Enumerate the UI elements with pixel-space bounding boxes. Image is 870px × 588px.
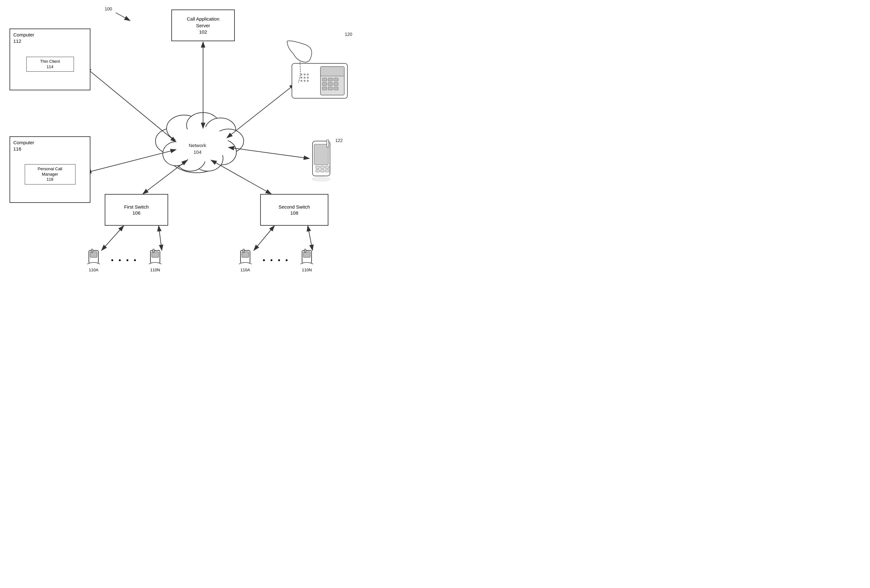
svg-point-6 — [205, 118, 236, 142]
svg-line-18 — [227, 84, 295, 138]
computer2-number: 116 — [13, 146, 34, 152]
svg-point-38 — [304, 74, 305, 76]
mobile-phone-svg — [308, 140, 336, 184]
svg-point-3 — [155, 128, 187, 154]
svg-rect-51 — [316, 169, 319, 172]
svg-rect-29 — [328, 78, 332, 81]
phone-110a-right-label: 110A — [240, 267, 250, 272]
computer1-box: Computer 112 Thin Client 114 — [9, 28, 91, 91]
svg-rect-58 — [91, 249, 92, 252]
network-text: Network — [189, 142, 206, 148]
svg-rect-64 — [243, 249, 244, 252]
diagram: 100 Call ApplicationServer 102 Computer … — [0, 0, 435, 294]
svg-point-5 — [186, 113, 220, 138]
second-switch-box: Second Switch 108 — [260, 194, 328, 226]
desk-phone: 120 — [286, 38, 352, 101]
svg-line-24 — [116, 13, 130, 21]
svg-line-14 — [86, 68, 176, 142]
phone-110a-right: 110A — [237, 249, 253, 272]
svg-rect-53 — [325, 169, 329, 172]
svg-point-4 — [167, 115, 201, 142]
svg-point-39 — [307, 74, 309, 76]
first-switch-number: 106 — [132, 210, 140, 216]
desk-phone-number: 120 — [345, 32, 352, 37]
call-app-server-number: 102 — [199, 29, 207, 35]
svg-rect-35 — [328, 87, 332, 90]
personal-call-manager-box: Personal CallManager 118 — [25, 164, 76, 185]
call-app-server-box: Call ApplicationServer 102 — [171, 9, 235, 41]
svg-rect-28 — [322, 78, 327, 81]
second-switch-label: Second Switch — [279, 204, 310, 210]
svg-rect-54 — [327, 140, 329, 147]
svg-rect-67 — [305, 249, 306, 252]
svg-rect-48 — [316, 166, 319, 169]
svg-rect-34 — [322, 87, 327, 90]
svg-rect-66 — [303, 252, 310, 257]
phone-icon-right-n — [299, 249, 315, 266]
second-switch-number: 108 — [290, 210, 298, 216]
ref-100: 100 — [105, 6, 112, 12]
svg-rect-60 — [152, 252, 159, 257]
svg-point-11 — [163, 142, 189, 166]
computer2-label: Computer — [13, 140, 34, 146]
svg-point-7 — [213, 129, 244, 153]
svg-point-55 — [311, 177, 331, 182]
svg-line-21 — [159, 226, 162, 250]
phone-110n-left-label: 110N — [150, 267, 160, 272]
phone-icon-right-a — [237, 249, 253, 266]
desk-phone-svg — [286, 38, 352, 101]
svg-rect-32 — [328, 82, 332, 86]
second-switch-phones: 110A • • • • 110N — [237, 249, 315, 272]
mobile-phone-number: 122 — [335, 138, 343, 143]
svg-line-19 — [228, 147, 309, 159]
first-switch-phones: 110A • • • • 110N — [86, 249, 163, 272]
svg-rect-36 — [334, 87, 338, 90]
phone-110n-right: 110N — [299, 249, 315, 272]
personal-call-manager-label: Personal CallManager — [28, 166, 72, 177]
phone-110a-left: 110A — [86, 249, 101, 272]
computer1-number: 112 — [13, 38, 34, 45]
network-number: 104 — [189, 148, 206, 155]
svg-point-43 — [301, 80, 302, 82]
thin-client-box: Thin Client 114 — [26, 57, 74, 72]
svg-point-40 — [301, 77, 302, 79]
svg-line-17 — [211, 160, 271, 194]
svg-rect-27 — [320, 67, 344, 76]
svg-point-8 — [208, 140, 236, 165]
svg-point-45 — [307, 80, 309, 82]
mobile-phone: 122 — [308, 140, 336, 184]
computer2-box: Computer 116 Personal CallManager 118 — [9, 136, 91, 203]
svg-rect-33 — [334, 82, 338, 86]
first-switch-box: First Switch 106 — [105, 194, 168, 226]
svg-point-44 — [304, 80, 305, 82]
svg-rect-52 — [320, 169, 324, 172]
personal-call-manager-number: 118 — [28, 177, 72, 182]
svg-rect-50 — [325, 166, 329, 169]
svg-line-16 — [143, 160, 187, 194]
phone-icon-left-a — [86, 249, 101, 266]
network-label: Network 104 — [189, 142, 206, 155]
svg-rect-30 — [334, 78, 338, 81]
first-switch-label: First Switch — [124, 204, 149, 210]
phone-110n-right-label: 110N — [302, 267, 312, 272]
svg-point-37 — [301, 74, 302, 76]
svg-line-20 — [101, 226, 124, 250]
call-app-server-label: Call ApplicationServer — [187, 16, 220, 29]
svg-point-42 — [307, 77, 309, 79]
phone-icon-left-n — [147, 249, 163, 266]
svg-rect-31 — [322, 82, 327, 86]
computer1-label: Computer — [13, 32, 34, 38]
svg-line-15 — [86, 150, 176, 173]
svg-point-41 — [304, 77, 305, 79]
svg-rect-49 — [320, 166, 324, 169]
thin-client-number: 114 — [30, 64, 70, 70]
thin-client-label: Thin Client — [30, 59, 70, 64]
svg-rect-63 — [242, 252, 249, 257]
svg-line-22 — [254, 226, 274, 250]
svg-rect-57 — [90, 252, 97, 257]
dots-left: • • • • — [111, 256, 138, 272]
svg-line-23 — [308, 226, 313, 250]
phone-110a-left-label: 110A — [89, 267, 98, 272]
phone-110n-left: 110N — [147, 249, 163, 272]
svg-rect-47 — [314, 144, 328, 165]
